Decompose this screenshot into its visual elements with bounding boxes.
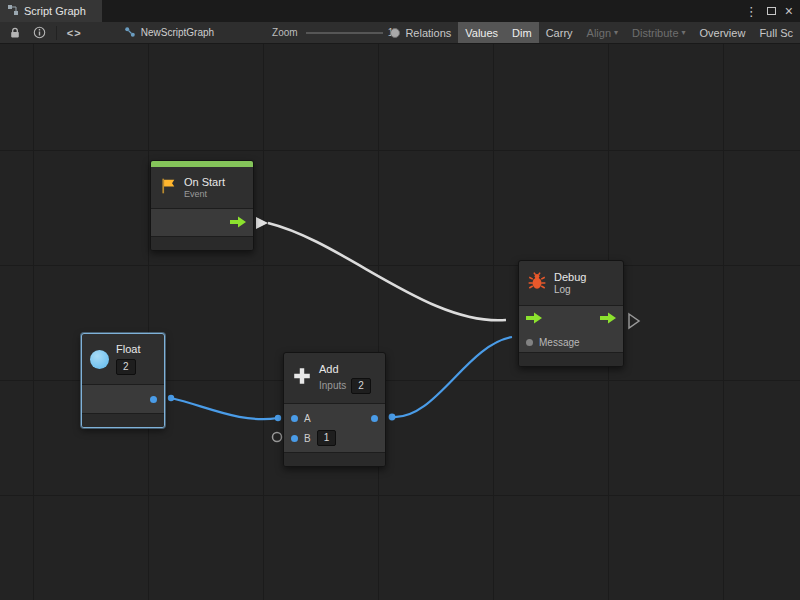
- node-title: Debug: [554, 271, 586, 284]
- message-input-port[interactable]: [526, 339, 533, 346]
- float-type-icon: [90, 350, 109, 369]
- breadcrumb[interactable]: NewScriptGraph: [124, 26, 214, 40]
- node-debug-log[interactable]: Debug Log Message: [518, 260, 624, 367]
- inputs-count-input[interactable]: 2: [351, 378, 371, 394]
- kebab-menu-icon[interactable]: ⋮: [745, 4, 758, 19]
- graph-toolbar: <> NewScriptGraph Zoom 1x Relations Valu…: [0, 22, 800, 44]
- result-output-port[interactable]: [371, 415, 378, 422]
- float-value-input[interactable]: 2: [116, 359, 136, 375]
- graph-tab-icon: [7, 4, 19, 18]
- graph-name-label: NewScriptGraph: [141, 27, 214, 38]
- carry-button[interactable]: Carry: [539, 22, 580, 43]
- values-button[interactable]: Values: [458, 22, 505, 43]
- toolbar-buttons: Relations Values Dim Carry Align▾ Distri…: [398, 22, 800, 43]
- node-footer: [82, 414, 164, 427]
- port-b-unconnected-circle: [273, 433, 282, 442]
- graph-asset-icon: [124, 26, 136, 40]
- zoom-slider[interactable]: [306, 26, 383, 40]
- zoom-slider-handle[interactable]: [390, 28, 400, 38]
- value-wire-add-to-debug: [392, 337, 512, 417]
- toolbar-separator: [56, 26, 57, 40]
- node-footer: [519, 353, 623, 366]
- port-a-label: A: [304, 413, 311, 424]
- tab-script-graph[interactable]: Script Graph: [0, 0, 102, 22]
- maximize-icon[interactable]: [767, 4, 776, 18]
- dim-button[interactable]: Dim: [505, 22, 539, 43]
- node-header[interactable]: Add Inputs 2: [284, 353, 385, 403]
- flow-output-port[interactable]: [230, 214, 246, 232]
- port-b-input[interactable]: [291, 435, 298, 442]
- node-footer: [151, 237, 253, 250]
- node-title: On Start: [184, 176, 225, 189]
- edit-source-icon[interactable]: <>: [67, 22, 82, 43]
- titlebar: Script Graph ⋮ ×: [0, 0, 800, 22]
- node-footer: [284, 453, 385, 466]
- plus-icon: [292, 366, 312, 390]
- flag-icon: [159, 177, 177, 199]
- port-b-value-input[interactable]: 1: [317, 430, 337, 446]
- node-header[interactable]: Float 2: [82, 334, 164, 384]
- chevron-down-icon: ▾: [614, 28, 618, 37]
- port-b-label: B: [304, 433, 311, 444]
- node-on-start[interactable]: On Start Event: [150, 160, 254, 251]
- bug-icon: [527, 271, 547, 295]
- tab-label: Script Graph: [24, 5, 86, 17]
- connections-layer: [0, 44, 800, 600]
- flow-wire: [268, 223, 506, 320]
- flow-input-port[interactable]: [526, 310, 542, 328]
- chevron-down-icon: ▾: [682, 28, 686, 37]
- close-icon[interactable]: ×: [785, 6, 793, 16]
- node-add[interactable]: Add Inputs 2 A B 1: [283, 352, 386, 467]
- lock-icon[interactable]: [9, 22, 21, 43]
- relations-button[interactable]: Relations: [398, 22, 458, 43]
- message-label: Message: [539, 337, 580, 348]
- node-header[interactable]: On Start Event: [151, 167, 253, 208]
- node-title: Add: [319, 363, 371, 376]
- node-title: Float: [116, 343, 140, 356]
- info-icon[interactable]: [33, 22, 46, 43]
- value-output-port[interactable]: [150, 396, 157, 403]
- fullscreen-button[interactable]: Full Sc: [752, 22, 800, 43]
- align-button: Align▾: [580, 22, 625, 43]
- zoom-label: Zoom: [272, 27, 298, 38]
- window-controls: ⋮ ×: [745, 0, 800, 22]
- value-wire-float-to-add: [171, 398, 278, 419]
- port-a-input[interactable]: [291, 415, 298, 422]
- zoom-slider-track[interactable]: [306, 32, 383, 34]
- flow-wire-arrowhead: [256, 217, 268, 229]
- node-float[interactable]: Float 2: [81, 333, 165, 428]
- flow-out-unconnected-triangle: [629, 314, 639, 328]
- graph-canvas[interactable]: On Start Event Float 2: [0, 44, 800, 600]
- overview-button[interactable]: Overview: [693, 22, 753, 43]
- distribute-button: Distribute▾: [625, 22, 692, 43]
- inputs-label: Inputs: [319, 380, 346, 391]
- node-subtitle: Event: [184, 189, 225, 200]
- script-graph-window: Script Graph ⋮ × <> NewScriptGraph Zoom: [0, 0, 800, 600]
- node-header[interactable]: Debug Log: [519, 261, 623, 305]
- node-subtitle: Log: [554, 284, 586, 295]
- flow-output-port[interactable]: [600, 310, 616, 328]
